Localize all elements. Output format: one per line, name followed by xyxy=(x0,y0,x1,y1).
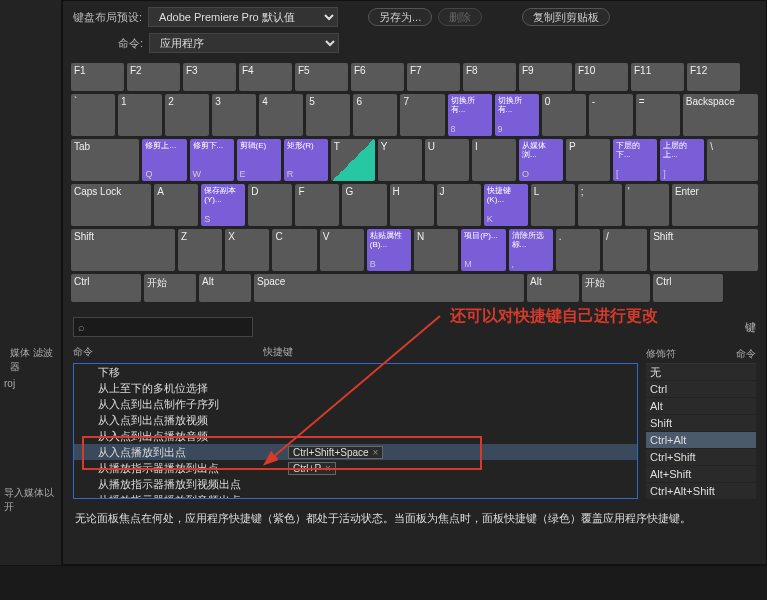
shortcut-tag[interactable]: Ctrl+P × xyxy=(288,462,336,475)
shortcut-tag[interactable]: Ctrl+Shift+Space × xyxy=(288,446,383,459)
project-item[interactable]: roj xyxy=(4,378,15,389)
key-'[interactable]: ' xyxy=(625,184,669,226)
key-0[interactable]: 0 xyxy=(542,94,586,136)
copy-clipboard-button[interactable]: 复制到剪贴板 xyxy=(522,8,610,26)
remove-shortcut-icon[interactable]: × xyxy=(325,463,331,474)
key-enter[interactable]: Enter xyxy=(672,184,758,226)
key-`[interactable]: ` xyxy=(71,94,115,136)
preset-select[interactable]: Adobe Premiere Pro 默认值 xyxy=(148,7,338,27)
modifier-row[interactable]: Alt xyxy=(646,398,756,414)
key-f1[interactable]: F1 xyxy=(71,63,124,91)
key-c[interactable]: C xyxy=(272,229,316,271)
key-tab[interactable]: Tab xyxy=(71,139,139,181)
key-o[interactable]: 从媒体浏...O xyxy=(519,139,563,181)
key-2[interactable]: 2 xyxy=(165,94,209,136)
key-4[interactable]: 4 xyxy=(259,94,303,136)
key--[interactable]: - xyxy=(589,94,633,136)
key-u[interactable]: U xyxy=(425,139,469,181)
key-;[interactable]: ; xyxy=(578,184,622,226)
key-f5[interactable]: F5 xyxy=(295,63,348,91)
key-\[interactable]: \ xyxy=(707,139,758,181)
key-f7[interactable]: F7 xyxy=(407,63,460,91)
key-.[interactable]: . xyxy=(556,229,600,271)
key-开始[interactable]: 开始 xyxy=(144,274,196,302)
key-9[interactable]: 切换所有...9 xyxy=(495,94,539,136)
search-input[interactable] xyxy=(73,317,253,337)
key-f[interactable]: F xyxy=(295,184,339,226)
modifier-row[interactable]: Ctrl+Alt+Shift xyxy=(646,483,756,499)
key-shift[interactable]: Shift xyxy=(71,229,175,271)
key-space[interactable]: Space xyxy=(254,274,524,302)
remove-shortcut-icon[interactable]: × xyxy=(373,447,379,458)
modifier-row[interactable]: Ctrl+Shift xyxy=(646,449,756,465)
key-s[interactable]: 保存副本(Y)...S xyxy=(201,184,245,226)
modifier-row[interactable]: Alt+Shift xyxy=(646,466,756,482)
key-f4[interactable]: F4 xyxy=(239,63,292,91)
key-t[interactable]: T xyxy=(331,139,375,181)
key-p[interactable]: P xyxy=(566,139,610,181)
key-][interactable]: 上层的上...] xyxy=(660,139,704,181)
command-list[interactable]: 下移从上至下的多机位选择从入点到出点制作子序列从入点到出点播放视频从入点到出点播… xyxy=(73,363,638,499)
save-as-button[interactable]: 另存为... xyxy=(368,8,432,26)
command-row[interactable]: 从入点播放到出点Ctrl+Shift+Space × xyxy=(74,444,637,460)
key-f12[interactable]: F12 xyxy=(687,63,740,91)
key-alt[interactable]: Alt xyxy=(199,274,251,302)
key-f2[interactable]: F2 xyxy=(127,63,180,91)
key-ctrl[interactable]: Ctrl xyxy=(653,274,723,302)
command-row[interactable]: 从入点到出点播放视频 xyxy=(74,412,637,428)
key-w[interactable]: 修剪下...W xyxy=(190,139,234,181)
key-shift[interactable]: Shift xyxy=(650,229,758,271)
key-caps lock[interactable]: Caps Lock xyxy=(71,184,151,226)
key-m[interactable]: 项目(P)...M xyxy=(461,229,505,271)
key-f8[interactable]: F8 xyxy=(463,63,516,91)
key-y[interactable]: Y xyxy=(378,139,422,181)
key-backspace[interactable]: Backspace xyxy=(683,94,758,136)
command-row[interactable]: 从入点到出点制作子序列 xyxy=(74,396,637,412)
command-row[interactable]: 从播放指示器播放到音频出点 xyxy=(74,492,637,499)
key-e[interactable]: 剪辑(E)E xyxy=(237,139,281,181)
command-row[interactable]: 从播放指示器播放到视频出点 xyxy=(74,476,637,492)
key-n[interactable]: N xyxy=(414,229,458,271)
key-7[interactable]: 7 xyxy=(400,94,444,136)
key-r[interactable]: 矩形(R)R xyxy=(284,139,328,181)
key-k[interactable]: 快捷键(K)...K xyxy=(484,184,528,226)
key-/[interactable]: / xyxy=(603,229,647,271)
key-d[interactable]: D xyxy=(248,184,292,226)
command-row[interactable]: 从入点到出点播放音频 xyxy=(74,428,637,444)
key-b[interactable]: 粘贴属性(B)...B xyxy=(367,229,411,271)
key-i[interactable]: I xyxy=(472,139,516,181)
key-1[interactable]: 1 xyxy=(118,94,162,136)
command-row[interactable]: 下移 xyxy=(74,364,637,380)
command-row[interactable]: 从上至下的多机位选择 xyxy=(74,380,637,396)
key-f10[interactable]: F10 xyxy=(575,63,628,91)
key-g[interactable]: G xyxy=(342,184,386,226)
key-x[interactable]: X xyxy=(225,229,269,271)
command-scope-select[interactable]: 应用程序 xyxy=(149,33,339,53)
key-f6[interactable]: F6 xyxy=(351,63,404,91)
key-6[interactable]: 6 xyxy=(353,94,397,136)
key-h[interactable]: H xyxy=(390,184,434,226)
key-f9[interactable]: F9 xyxy=(519,63,572,91)
key-l[interactable]: L xyxy=(531,184,575,226)
key-j[interactable]: J xyxy=(437,184,481,226)
media-tab-label[interactable]: 媒体 滤波器 xyxy=(10,346,61,374)
key-,[interactable]: 清除所选标..., xyxy=(509,229,553,271)
key-a[interactable]: A xyxy=(154,184,198,226)
key-q[interactable]: 修剪上...Q xyxy=(142,139,186,181)
command-row[interactable]: 从播放指示器播放到出点Ctrl+P × xyxy=(74,460,637,476)
key-f3[interactable]: F3 xyxy=(183,63,236,91)
key-z[interactable]: Z xyxy=(178,229,222,271)
modifier-list[interactable]: 无CtrlAltShiftCtrl+AltCtrl+ShiftAlt+Shift… xyxy=(646,363,756,499)
modifier-row[interactable]: Ctrl xyxy=(646,381,756,397)
key-[[interactable]: 下层的下...[ xyxy=(613,139,657,181)
key-开始[interactable]: 开始 xyxy=(582,274,650,302)
modifier-row[interactable]: Ctrl+Alt xyxy=(646,432,756,448)
key-v[interactable]: V xyxy=(320,229,364,271)
key-3[interactable]: 3 xyxy=(212,94,256,136)
key-=[interactable]: = xyxy=(636,94,680,136)
key-f11[interactable]: F11 xyxy=(631,63,684,91)
key-alt[interactable]: Alt xyxy=(527,274,579,302)
modifier-row[interactable]: 无 xyxy=(646,364,756,380)
key-8[interactable]: 切换所有...8 xyxy=(448,94,492,136)
modifier-row[interactable]: Shift xyxy=(646,415,756,431)
